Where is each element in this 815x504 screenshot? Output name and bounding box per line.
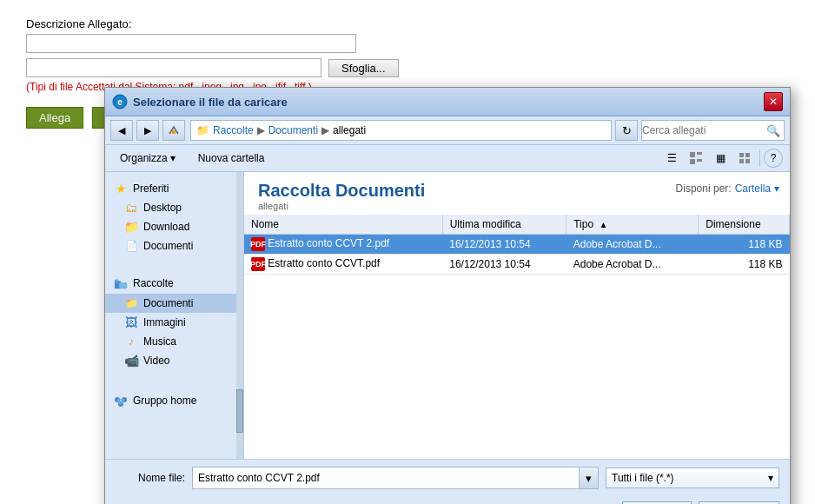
dialog-title-text: Selezionare il file da caricare xyxy=(133,96,759,109)
filename-row: Nome file: ▾ Tutti i file (*.*) ▾ xyxy=(116,467,779,489)
view-list-button[interactable]: ☰ xyxy=(660,148,683,169)
file-date-cell-1: 16/12/2013 10:54 xyxy=(442,235,567,255)
sidebar-item-musica[interactable]: ♪ Musica xyxy=(105,332,243,351)
sidebar-item-preferiti[interactable]: ★ Preferiti xyxy=(105,179,243,198)
view-large-button[interactable] xyxy=(733,148,756,169)
col-nome[interactable]: Nome xyxy=(244,215,442,235)
filename-arrow-button[interactable]: ▾ xyxy=(579,468,598,488)
filename-input[interactable] xyxy=(193,468,579,488)
sidebar-preferiti-label: Preferiti xyxy=(133,182,169,195)
folder-subtitle: allegati xyxy=(258,201,776,211)
video-icon: 📹 xyxy=(124,354,138,368)
file-type-cell-2: Adobe Acrobat D... xyxy=(567,255,699,275)
allega-button[interactable]: Allega xyxy=(26,107,83,129)
sidebar-gruppoHome-section: Gruppo home xyxy=(105,391,243,410)
sidebar-raccolte-label: Raccolte xyxy=(133,277,174,289)
sidebar-item-documenti-fav[interactable]: 📄 Documenti xyxy=(105,236,243,255)
sidebar-item-download[interactable]: 📁 Download xyxy=(105,217,243,236)
sidebar-item-gruppo-home[interactable]: Gruppo home xyxy=(105,391,243,410)
svg-rect-12 xyxy=(115,280,118,282)
sidebar-documenti-label: Documenti xyxy=(143,240,193,252)
search-input[interactable] xyxy=(642,124,763,136)
organizza-button[interactable]: Organizza ▾ xyxy=(112,149,183,167)
file-size-cell-2: 118 KB xyxy=(699,255,790,275)
nuova-cartella-label: Nuova cartella xyxy=(198,152,265,164)
dialog-titlebar: e Selezionare il file da caricare ✕ xyxy=(105,88,790,116)
file-input[interactable] xyxy=(26,58,321,77)
sidebar-item-desktop[interactable]: 🗂 Desktop xyxy=(105,198,243,217)
table-row[interactable]: PDF Estratto conto CCVT 2.pdf 16/12/2013… xyxy=(244,235,790,255)
desc-label: Descrizione Allegato: xyxy=(26,17,789,30)
crumb-raccolte[interactable]: Raccolte xyxy=(213,124,254,136)
svg-rect-5 xyxy=(690,159,695,164)
help-button[interactable]: ? xyxy=(764,149,783,168)
raccolte-icon xyxy=(114,276,128,290)
dialog-body: ★ Preferiti 🗂 Desktop 📁 Download 📄 Docum… xyxy=(105,172,790,459)
col-nome-label: Nome xyxy=(251,218,279,230)
sidebar-scrollbar-track[interactable] xyxy=(236,172,243,459)
sidebar-gruppo-home-label: Gruppo home xyxy=(133,395,196,407)
sidebar-item-video[interactable]: 📹 Video xyxy=(105,351,243,370)
filename-dropdown[interactable]: ▾ xyxy=(192,467,599,489)
sidebar-item-raccolte-documenti[interactable]: 📁 Documenti xyxy=(105,294,243,313)
tipo-sort-icon: ▲ xyxy=(599,220,607,229)
view-details-button[interactable] xyxy=(685,148,707,169)
col-date-label: Ultima modifica xyxy=(450,218,521,230)
dialog-bottom: Nome file: ▾ Tutti i file (*.*) ▾ xyxy=(105,459,790,496)
svg-rect-3 xyxy=(690,152,695,157)
dialog-toolbar: Organizza ▾ Nuova cartella ☰ ▦ ? xyxy=(105,145,790,172)
organizza-label: Organizza xyxy=(120,152,168,164)
table-row[interactable]: PDF Estratto conto CCVT.pdf 16/12/2013 1… xyxy=(244,255,790,275)
folder-disponi: Disponi per: Cartella ▾ xyxy=(676,182,779,195)
table-header-row: Nome Ultima modifica Tipo ▲ xyxy=(244,215,790,235)
file-table: Nome Ultima modifica Tipo ▲ xyxy=(244,215,790,275)
file-dialog: e Selezionare il file da caricare ✕ ◀ ▶ … xyxy=(104,87,791,504)
file-table-container: Nome Ultima modifica Tipo ▲ xyxy=(244,215,790,459)
search-icon: 🔍 xyxy=(763,124,784,137)
forward-button[interactable]: ▶ xyxy=(136,120,159,141)
sidebar-item-immagini[interactable]: 🖼 Immagini xyxy=(105,313,243,332)
sidebar-raccolte-documenti-label: Documenti xyxy=(143,297,193,309)
sidebar-download-label: Download xyxy=(143,221,189,233)
dialog-action-row: Apri Annulla xyxy=(105,496,790,504)
desktop-folder-icon: 🗂 xyxy=(124,201,138,215)
file-name-1: Estratto conto CCVT 2.pdf xyxy=(268,237,389,249)
col-dimensione[interactable]: Dimensione xyxy=(699,215,790,235)
file-name-cell-2: PDF Estratto conto CCVT.pdf xyxy=(244,255,442,275)
col-tipo-label: Tipo xyxy=(573,218,593,230)
organizza-arrow-icon: ▾ xyxy=(170,152,176,164)
cartella-arrow[interactable]: ▾ xyxy=(774,182,779,195)
crumb-documenti[interactable]: Documenti xyxy=(268,124,318,136)
dialog-addressbar: ◀ ▶ 📁 Raccolte ▶ Documenti ▶ allegati ↻ … xyxy=(105,116,790,145)
view-grid-button[interactable]: ▦ xyxy=(709,148,732,169)
svg-text:e: e xyxy=(117,97,123,107)
sidebar-raccolte-header[interactable]: Raccolte xyxy=(105,273,243,294)
refresh-button[interactable]: ↻ xyxy=(615,120,638,141)
svg-rect-7 xyxy=(739,153,744,157)
dialog-close-button[interactable]: ✕ xyxy=(764,92,783,111)
sfoglia-button[interactable]: Sfoglia... xyxy=(328,59,399,77)
desc-input[interactable] xyxy=(26,34,356,53)
col-tipo[interactable]: Tipo ▲ xyxy=(567,215,699,235)
documenti-fav-icon: 📄 xyxy=(124,239,138,253)
col-ultima-modifica[interactable]: Ultima modifica xyxy=(442,215,567,235)
sidebar-spacer xyxy=(105,262,243,273)
download-folder-icon: 📁 xyxy=(124,220,138,234)
address-path[interactable]: 📁 Raccolte ▶ Documenti ▶ allegati xyxy=(190,120,612,141)
toolbar-divider xyxy=(759,149,760,167)
gruppo-home-icon xyxy=(114,394,128,408)
sidebar-musica-label: Musica xyxy=(143,335,176,348)
svg-rect-13 xyxy=(119,282,127,288)
nuova-cartella-button[interactable]: Nuova cartella xyxy=(190,149,273,167)
sidebar-video-label: Video xyxy=(143,355,169,367)
up-button[interactable] xyxy=(162,120,185,141)
musica-icon: ♪ xyxy=(124,335,138,348)
svg-rect-2 xyxy=(172,130,176,134)
back-button[interactable]: ◀ xyxy=(110,120,133,141)
sidebar-scrollbar-thumb[interactable] xyxy=(236,389,243,433)
cartella-link[interactable]: Cartella xyxy=(735,182,771,195)
col-dim-label: Dimensione xyxy=(706,218,760,230)
filetype-select[interactable]: Tutti i file (*.*) ▾ xyxy=(606,468,779,488)
crumb-allegati: allegati xyxy=(333,124,366,136)
sidebar-desktop-label: Desktop xyxy=(143,202,182,214)
